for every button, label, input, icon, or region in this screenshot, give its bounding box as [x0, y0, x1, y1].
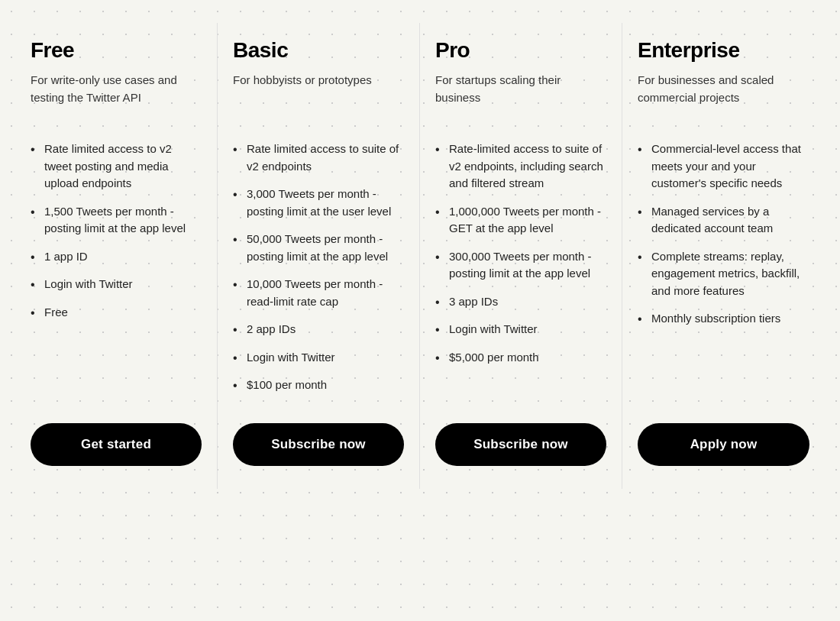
plan-column-pro: ProFor startups scaling their businessRa… — [420, 23, 622, 489]
feature-item: Commercial-level access that meets your … — [638, 141, 809, 192]
feature-item: $5,000 per month — [435, 349, 606, 367]
cta-button-pro[interactable]: Subscribe now — [435, 423, 606, 466]
feature-item: Login with Twitter — [435, 321, 606, 338]
feature-item: Login with Twitter — [233, 349, 404, 367]
plan-name-enterprise: Enterprise — [638, 38, 809, 63]
feature-item: Managed services by a dedicated account … — [638, 203, 809, 238]
plan-description-free: For write-only use cases and testing the… — [31, 72, 202, 125]
feature-item: Rate-limited access to suite of v2 endpo… — [435, 141, 606, 192]
plan-name-basic: Basic — [233, 38, 404, 63]
cta-button-enterprise[interactable]: Apply now — [638, 423, 809, 466]
feature-item: 1,000,000 Tweets per month - GET at the … — [435, 203, 606, 238]
feature-item: Login with Twitter — [31, 276, 202, 293]
plan-name-free: Free — [31, 38, 202, 63]
features-list-basic: Rate limited access to suite of v2 endpo… — [233, 141, 404, 405]
feature-item: Rate limited access to v2 tweet posting … — [31, 141, 202, 192]
features-list-free: Rate limited access to v2 tweet posting … — [31, 141, 202, 405]
pricing-grid: FreeFor write-only use cases and testing… — [15, 23, 825, 489]
cta-button-basic[interactable]: Subscribe now — [233, 423, 404, 466]
plan-description-basic: For hobbyists or prototypes — [233, 72, 404, 125]
feature-item: Rate limited access to suite of v2 endpo… — [233, 141, 404, 175]
feature-item: Free — [31, 304, 202, 322]
plan-column-enterprise: EnterpriseFor businesses and scaled comm… — [622, 23, 825, 489]
feature-item: 1 app ID — [31, 248, 202, 266]
plan-description-pro: For startups scaling their business — [435, 72, 606, 125]
feature-item: $100 per month — [233, 377, 404, 394]
plan-column-free: FreeFor write-only use cases and testing… — [15, 23, 218, 489]
feature-item: 3 app IDs — [435, 293, 606, 311]
feature-item: Complete streams: replay, engagement met… — [638, 248, 809, 300]
feature-item: 1,500 Tweets per month - posting limit a… — [31, 203, 202, 238]
feature-item: 2 app IDs — [233, 321, 404, 338]
features-list-enterprise: Commercial-level access that meets your … — [638, 141, 809, 405]
plan-description-enterprise: For businesses and scaled commercial pro… — [638, 72, 809, 125]
features-list-pro: Rate-limited access to suite of v2 endpo… — [435, 141, 606, 405]
feature-item: 10,000 Tweets per month - read-limit rat… — [233, 276, 404, 310]
feature-item: 300,000 Tweets per month - posting limit… — [435, 248, 606, 283]
feature-item: Monthly subscription tiers — [638, 310, 809, 328]
plan-name-pro: Pro — [435, 38, 606, 63]
cta-button-free[interactable]: Get started — [31, 423, 202, 466]
feature-item: 50,000 Tweets per month - posting limit … — [233, 231, 404, 265]
feature-item: 3,000 Tweets per month - posting limit a… — [233, 186, 404, 220]
plan-column-basic: BasicFor hobbyists or prototypesRate lim… — [218, 23, 420, 489]
